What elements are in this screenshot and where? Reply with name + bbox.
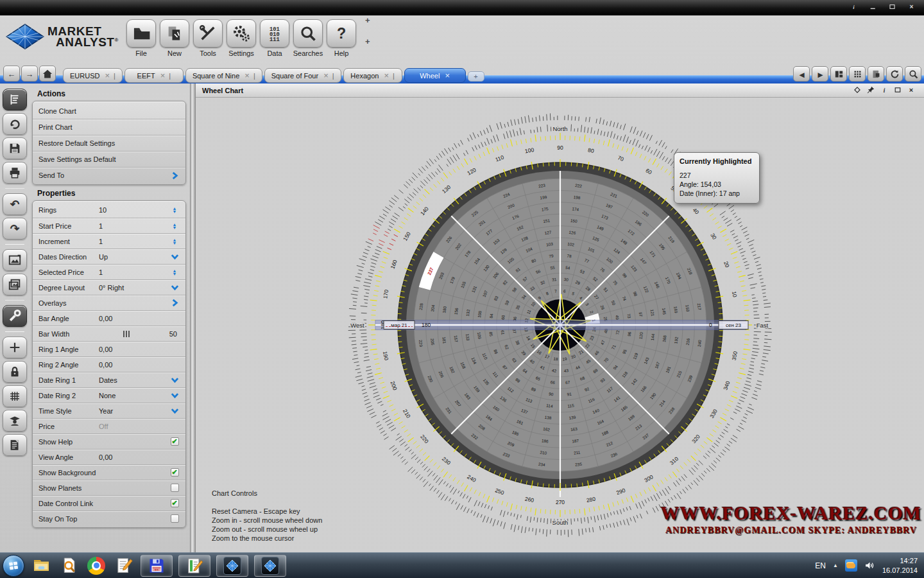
spinner-icon[interactable]: ▲▼: [169, 238, 180, 245]
tab-hexagon[interactable]: Hexagon×|: [343, 68, 402, 83]
layout-button[interactable]: [830, 66, 847, 82]
export-image-stack-button[interactable]: [3, 274, 27, 295]
property-ring-1-angle[interactable]: Ring 1 Angle0,00: [33, 341, 185, 356]
file-explorer-icon[interactable]: [30, 555, 52, 577]
spinner-icon[interactable]: ▲▼: [169, 207, 180, 213]
property-selected-price[interactable]: Selected Price1▲▼: [33, 264, 185, 279]
property-price[interactable]: PriceOff: [33, 418, 185, 434]
forward-button[interactable]: →: [21, 66, 38, 82]
page-button[interactable]: [868, 66, 884, 82]
action-send-to[interactable]: Send To: [33, 167, 185, 183]
settings-button[interactable]: Settings: [225, 19, 258, 57]
lock-button[interactable]: [3, 361, 27, 383]
property-date-ring-1[interactable]: Date Ring 1Dates: [33, 372, 185, 387]
save-button[interactable]: [3, 137, 27, 159]
property-increment[interactable]: Increment1▲▼: [33, 233, 185, 249]
scholar-button[interactable]: [3, 410, 27, 432]
new-tab-button[interactable]: +: [468, 71, 484, 82]
searches-button[interactable]: Searches: [291, 19, 325, 57]
sidebar-splitter[interactable]: [190, 83, 196, 552]
start-button[interactable]: [3, 555, 24, 577]
spinner-icon[interactable]: ▲▼: [169, 223, 180, 229]
checkbox-checked[interactable]: ✔: [171, 468, 179, 477]
editor-app-button[interactable]: [178, 555, 210, 577]
language-indicator[interactable]: EN: [815, 561, 826, 570]
property-stay-on-top[interactable]: Stay On Top: [33, 511, 185, 526]
refresh-button[interactable]: [886, 66, 903, 82]
action-clone-chart[interactable]: Clone Chart: [33, 103, 185, 119]
floppy-app-button[interactable]: 64: [141, 555, 173, 577]
export-image-button[interactable]: [3, 249, 27, 271]
tab-square-of-nine[interactable]: Square of Nine×|: [185, 68, 262, 83]
market-analyst-app-button-1[interactable]: [216, 555, 248, 577]
tab-eurusd[interactable]: EURUSD×|: [63, 68, 123, 83]
nav-left-button[interactable]: ◀: [793, 66, 810, 82]
home-button[interactable]: [39, 66, 56, 82]
checkbox-unchecked[interactable]: [171, 514, 179, 523]
property-view-angle[interactable]: View Angle0,00: [33, 449, 185, 464]
maximize-icon[interactable]: [891, 85, 904, 96]
grid-button[interactable]: [3, 385, 27, 407]
tab-close-icon[interactable]: ×: [160, 73, 166, 79]
property-overlays[interactable]: Overlays: [33, 295, 185, 310]
chrome-icon[interactable]: [85, 555, 107, 577]
tab-eeft[interactable]: EEFT×|: [124, 68, 184, 83]
notes-button[interactable]: [3, 434, 27, 456]
tab-close-icon[interactable]: ×: [323, 73, 329, 79]
property-dates-direction[interactable]: Dates DirectionUp: [33, 249, 185, 264]
property-date-ring-2[interactable]: Date Ring 2None: [33, 387, 185, 403]
action-restore-default-settings[interactable]: Restore Default Settings: [33, 135, 185, 151]
action-print-chart[interactable]: Print Chart: [33, 119, 185, 135]
tab-wheel[interactable]: Wheel×: [404, 68, 466, 83]
redo-button[interactable]: ↷: [3, 218, 27, 240]
checkbox-checked[interactable]: ✔: [171, 499, 179, 507]
chevron-down-icon[interactable]: [169, 391, 180, 399]
property-degree-layout[interactable]: Degree Layout0° Right: [33, 279, 185, 295]
new-button[interactable]: New: [158, 19, 191, 57]
tab-square-of-four[interactable]: Square of Four×|: [264, 68, 341, 83]
chevron-down-icon[interactable]: [169, 252, 180, 261]
search-document-icon[interactable]: [58, 555, 80, 577]
wheel-chart[interactable]: 1234567891011121314151617181920212223242…: [196, 98, 924, 552]
bar-width-slider[interactable]: [123, 331, 130, 337]
property-time-style[interactable]: Time StyleYear: [33, 403, 185, 418]
add-button[interactable]: [3, 337, 27, 358]
minimize-icon[interactable]: [868, 3, 878, 13]
speaker-icon[interactable]: [864, 560, 875, 571]
help-button[interactable]: ?Help: [325, 19, 358, 57]
property-bar-angle[interactable]: Bar Angle0,00: [33, 310, 185, 326]
property-bar-width[interactable]: Bar Width50: [33, 326, 185, 341]
checkbox-checked[interactable]: ✔: [171, 437, 179, 446]
property-show-help[interactable]: Show Help✔: [33, 434, 185, 449]
submenu-arrow-icon[interactable]: [169, 299, 180, 307]
search-small-button[interactable]: [905, 66, 921, 82]
clock[interactable]: 14:2716.07.2014: [882, 556, 918, 575]
maximize-icon[interactable]: [887, 3, 897, 13]
property-show-background[interactable]: Show Background✔: [33, 464, 185, 480]
wrench-button[interactable]: [3, 305, 27, 327]
tab-close-icon[interactable]: ×: [445, 73, 450, 79]
close-icon[interactable]: ×: [904, 85, 918, 96]
undo-button[interactable]: ↶: [3, 193, 27, 215]
info-icon[interactable]: i: [877, 85, 891, 96]
action-save-settings-as-default[interactable]: Save Settings as Default: [33, 151, 185, 167]
data-button[interactable]: 101010111Data: [258, 19, 291, 57]
tab-close-icon[interactable]: ×: [384, 73, 389, 79]
pin-icon[interactable]: [864, 85, 877, 96]
property-rings[interactable]: Rings10▲▼: [33, 202, 185, 218]
chevron-down-icon[interactable]: [169, 376, 180, 384]
print-button[interactable]: [3, 162, 27, 184]
weather-tray-icon[interactable]: [845, 559, 857, 572]
chevron-down-icon[interactable]: [169, 407, 180, 415]
file-button[interactable]: File: [124, 19, 158, 57]
property-show-planets[interactable]: Show Planets: [33, 480, 185, 495]
tray-expand-icon[interactable]: ▲: [833, 563, 838, 568]
spinner-icon[interactable]: ▲▼: [169, 269, 180, 276]
property-ring-2-angle[interactable]: Ring 2 Angle0,00: [33, 356, 185, 372]
chart-canvas[interactable]: 1234567891011121314151617181920212223242…: [196, 98, 924, 552]
checkbox-unchecked[interactable]: [171, 484, 179, 492]
diamond-icon[interactable]: [850, 85, 864, 96]
tools-button[interactable]: Tools: [191, 19, 225, 57]
notepad-icon[interactable]: [113, 555, 135, 577]
window-info-icon[interactable]: i: [849, 3, 859, 13]
